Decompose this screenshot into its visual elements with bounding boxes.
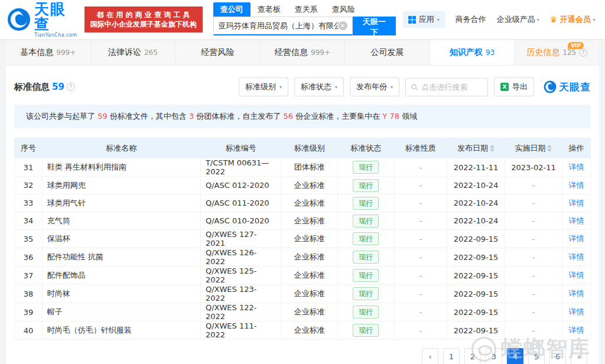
- name-cell: 时尚袜: [42, 285, 200, 303]
- tab-history-info[interactable]: VIP 历史信息 125 ?: [515, 40, 599, 65]
- implement-date-cell: -: [505, 266, 562, 285]
- detail-link[interactable]: 详情: [569, 326, 584, 334]
- status-cell: 现行: [337, 266, 394, 285]
- tab-company-development[interactable]: 公司发展: [345, 40, 430, 65]
- search-icon: [411, 83, 418, 91]
- apps-menu[interactable]: 应用 ▾: [403, 11, 445, 28]
- chevron-down-icon: ▾: [537, 17, 539, 22]
- summary-text: 领域: [399, 112, 417, 121]
- seq-cell: 33: [15, 194, 43, 212]
- level-cell: 企业标准: [281, 177, 338, 194]
- brand-domain: TianYanCha.com: [34, 33, 77, 38]
- page-button-1[interactable]: 1: [443, 348, 460, 364]
- filter-publish-year[interactable]: 发布年份 ▾: [350, 77, 399, 96]
- header-implement-date[interactable]: 实施日期: [505, 138, 562, 158]
- status-cell: 现行: [337, 285, 394, 303]
- seq-cell: 39: [15, 303, 43, 321]
- status-cell: 现行: [337, 321, 394, 340]
- detail-link[interactable]: 详情: [569, 199, 584, 207]
- publish-date-cell: 2022-10-24: [447, 177, 505, 194]
- apps-label: 应用: [419, 14, 434, 25]
- export-button[interactable]: X 导出: [494, 77, 534, 96]
- tab-label: 基本信息: [20, 47, 53, 58]
- export-label: 导出: [512, 82, 528, 92]
- status-badge: 现行: [353, 179, 379, 192]
- seq-cell: 31: [15, 158, 43, 177]
- search-tab-boss[interactable]: 查老板: [251, 2, 288, 17]
- table-row: 39帽子Q/XWES 122-2022企业标准现行-2022-09-15-详情: [15, 303, 591, 321]
- detail-link[interactable]: 详情: [569, 234, 584, 243]
- company-search-input[interactable]: [219, 21, 339, 30]
- vip-upgrade-menu[interactable]: ♛ 开通会员 ▾: [550, 14, 596, 25]
- table-search-input[interactable]: [421, 83, 482, 92]
- tab-count: 93: [486, 48, 495, 57]
- detail-link[interactable]: 详情: [569, 289, 584, 298]
- enterprise-products-menu[interactable]: 企业级产品 ▾: [497, 14, 539, 25]
- tab-operation-risk[interactable]: 经营风险: [175, 40, 261, 65]
- nature-cell: -: [394, 194, 447, 212]
- page-button-3[interactable]: 3: [486, 348, 502, 364]
- search-box: ✕: [213, 17, 353, 35]
- tab-label: 经营风险: [201, 47, 234, 58]
- code-cell: Q/ASC 010-2020: [200, 212, 281, 230]
- level-cell: 企业标准: [281, 321, 338, 340]
- header-publish-date[interactable]: 发布日期: [447, 138, 505, 158]
- implement-date-cell: -: [505, 230, 562, 248]
- tab-label: 经营信息: [275, 47, 308, 58]
- help-icon[interactable]: ?: [579, 48, 587, 57]
- summary-enterprise-count: 56: [284, 112, 294, 121]
- table-row: 35保温杯Q/XWES 127-2021企业标准现行-2022-09-15-详情: [15, 230, 591, 248]
- action-cell: 详情: [562, 285, 591, 303]
- nature-cell: -: [394, 158, 447, 177]
- detail-link[interactable]: 详情: [569, 307, 584, 316]
- page-button-4[interactable]: 4: [507, 348, 523, 364]
- page-button-2[interactable]: 2: [464, 348, 481, 364]
- search-tab-relation[interactable]: 查关系: [288, 2, 325, 17]
- header-status: 标准状态: [337, 138, 394, 158]
- tab-label: 法律诉讼: [108, 47, 141, 58]
- header-label: 发布日期: [457, 144, 488, 152]
- implement-date-cell: -: [505, 194, 562, 212]
- help-icon[interactable]: ?: [67, 83, 75, 91]
- summary-banner: 该公司共参与起草了 59 份标准文件，其中包含 3 份团体标准，自主发布了 56…: [14, 105, 591, 128]
- search-tab-company[interactable]: 查公司: [213, 2, 251, 17]
- tab-count: 125: [562, 48, 576, 57]
- publish-date-cell: 2022-10-24: [447, 212, 505, 230]
- seq-cell: 35: [15, 230, 43, 248]
- clear-search-icon[interactable]: ✕: [339, 21, 347, 30]
- page-button-5[interactable]: 5: [528, 348, 545, 364]
- search-button[interactable]: 天眼一下: [353, 17, 396, 35]
- sort-icon[interactable]: [490, 145, 495, 152]
- status-cell: 现行: [337, 194, 394, 212]
- publish-date-cell: 2022-09-15: [447, 321, 505, 340]
- chevron-down-icon: ▾: [593, 17, 595, 22]
- search-tab-risk[interactable]: 查风险: [325, 2, 362, 17]
- tab-operation-info[interactable]: 经营信息 999+: [261, 40, 346, 65]
- filter-standard-status[interactable]: 标准状态 ▾: [294, 77, 344, 96]
- business-cooperation-link[interactable]: 商务合作: [456, 14, 486, 25]
- tab-label: 公司发展: [371, 47, 404, 58]
- tab-intellectual-property[interactable]: 知识产权 93: [430, 40, 515, 65]
- implement-date-cell: 2023-02-11: [505, 158, 562, 177]
- detail-link[interactable]: 详情: [569, 216, 584, 225]
- status-cell: 现行: [337, 230, 394, 248]
- nature-cell: -: [394, 248, 447, 266]
- detail-link[interactable]: 详情: [569, 181, 584, 190]
- level-cell: 企业标准: [281, 285, 338, 303]
- prev-page-button[interactable]: ‹: [422, 348, 438, 364]
- filter-label: 标准状态: [301, 82, 331, 92]
- tianyancha-logo[interactable]: 天眼查 TianYanCha.com: [7, 2, 77, 38]
- standards-table-body: 31鞋类 再生材料利用指南T/CSTM 00631—2022团体标准现行-202…: [15, 158, 591, 340]
- detail-link[interactable]: 详情: [569, 162, 584, 171]
- detail-link[interactable]: 详情: [569, 252, 584, 261]
- page-button-6[interactable]: 6: [549, 348, 566, 364]
- code-cell: Q/XWES 126-2022: [200, 248, 281, 266]
- detail-link[interactable]: 详情: [569, 271, 584, 280]
- sort-icon[interactable]: [547, 145, 552, 152]
- code-cell: Q/XWES 125-2022: [200, 266, 281, 285]
- standards-section: 标准信息 59 ? 标准级别 ▾ 标准状态 ▾ 发布年份 ▾: [6, 77, 599, 364]
- filter-standard-level[interactable]: 标准级别 ▾: [239, 77, 288, 96]
- next-page-button[interactable]: ›: [571, 348, 587, 364]
- tab-legal-litigation[interactable]: 法律诉讼 265: [91, 40, 176, 65]
- tab-basic-info[interactable]: 基本信息 999+: [6, 40, 91, 65]
